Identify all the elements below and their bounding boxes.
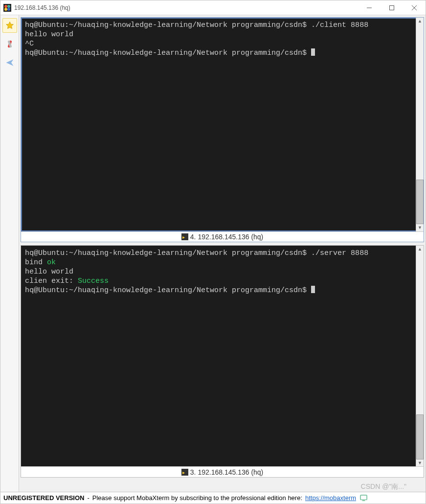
monitor-icon (360, 494, 367, 502)
terminal-top[interactable]: hq@Ubuntu:~/huaqing-knowledge-learning/N… (21, 18, 416, 231)
path: :~/huaqing-knowledge-learning/Network pr… (65, 286, 311, 295)
terminal-icon: ▸ (181, 233, 188, 240)
close-button[interactable] (403, 0, 426, 15)
output-line: bind (25, 258, 47, 267)
status-unregistered: UNREGISTERED VERSION (3, 494, 84, 502)
scroll-up-icon[interactable]: ▲ (416, 246, 424, 253)
tool-icon (5, 40, 14, 48)
window-title: 192.168.145.136 (hq) (14, 4, 70, 11)
sidebar-star-button[interactable] (2, 18, 17, 33)
command: ./client 8888 (311, 21, 368, 29)
star-icon (5, 21, 14, 30)
path: :~/huaqing-knowledge-learning/Network pr… (65, 249, 311, 257)
cursor (311, 286, 315, 293)
maximize-button[interactable] (381, 0, 403, 15)
svg-rect-0 (3, 4, 11, 12)
scroll-thumb[interactable] (416, 180, 424, 224)
svg-point-4 (7, 8, 10, 11)
titlebar: 192.168.145.136 (hq) (0, 0, 426, 15)
status-link[interactable]: https://mobaxterm (305, 494, 356, 502)
sidebar-send-button[interactable] (2, 55, 17, 70)
svg-rect-15 (360, 495, 367, 500)
command: ./server 8888 (311, 249, 368, 257)
svg-text:▸: ▸ (182, 234, 184, 239)
path: :~/huaqing-knowledge-learning/Network pr… (65, 21, 311, 29)
terminal-pane-top: hq@Ubuntu:~/huaqing-knowledge-learning/N… (21, 17, 424, 242)
scroll-down-icon[interactable]: ▼ (416, 459, 424, 467)
prompt: hq@Ubuntu (25, 286, 65, 295)
svg-point-2 (7, 5, 10, 8)
prompt: hq@Ubuntu (25, 49, 65, 57)
pane-number: 3. (190, 468, 196, 476)
terminal-icon: ▸ (181, 469, 188, 476)
terminal-pane-bottom: hq@Ubuntu:~/huaqing-knowledge-learning/N… (21, 245, 424, 478)
status-message: Please support MobaXterm by subscribing … (92, 494, 302, 502)
status-corner-icons (360, 494, 367, 502)
sidebar-tools-button[interactable] (2, 37, 17, 51)
send-icon (5, 58, 14, 67)
minimize-button[interactable] (358, 0, 381, 15)
terminal-bottom[interactable]: hq@Ubuntu:~/huaqing-knowledge-learning/N… (21, 246, 416, 466)
scrollbar[interactable]: ▲ ▼ (416, 18, 424, 231)
sidebar (0, 15, 19, 492)
status-sep: - (87, 494, 89, 502)
output-line: ^C (25, 40, 34, 48)
path: :~/huaqing-knowledge-learning/Network pr… (65, 49, 311, 57)
output-line: clien exit: (25, 277, 78, 285)
prompt: hq@Ubuntu (25, 21, 65, 29)
output-line: hello world (25, 268, 73, 276)
pane-tab-top[interactable]: ▸ 4. 192.168.145.136 (hq) (21, 231, 424, 242)
pane-tab-bottom[interactable]: ▸ 3. 192.168.145.136 (hq) (21, 466, 424, 477)
output-success: ok (47, 258, 56, 267)
scroll-thumb[interactable] (416, 414, 424, 459)
scroll-up-icon[interactable]: ▲ (416, 18, 424, 25)
svg-point-1 (4, 5, 7, 8)
svg-point-3 (4, 8, 7, 11)
svg-rect-6 (390, 5, 394, 10)
scroll-down-icon[interactable]: ▼ (416, 224, 424, 231)
statusbar: UNREGISTERED VERSION - Please support Mo… (0, 492, 426, 504)
pane-number: 4. (190, 233, 196, 241)
app-icon (3, 4, 11, 12)
pane-title-text: 192.168.145.136 (hq) (198, 233, 263, 241)
output-success: Success (78, 277, 109, 285)
scrollbar[interactable]: ▲ ▼ (416, 246, 424, 466)
svg-text:▸: ▸ (182, 469, 184, 475)
prompt: hq@Ubuntu (25, 249, 65, 257)
output-line: hello world (25, 30, 73, 39)
cursor (311, 48, 315, 56)
pane-title-text: 192.168.145.136 (hq) (198, 468, 263, 476)
